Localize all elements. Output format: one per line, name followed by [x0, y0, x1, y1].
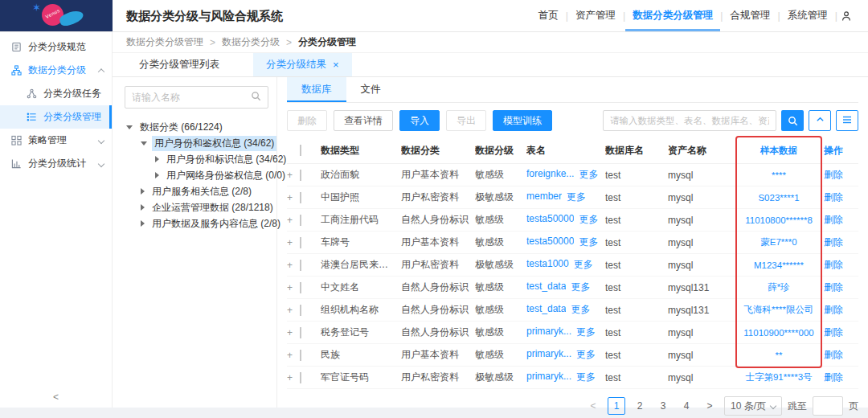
row-expander[interactable]: + — [287, 192, 300, 203]
delete-link[interactable]: 删除 — [824, 168, 853, 182]
row-expander[interactable]: + — [287, 260, 300, 271]
tab-1[interactable]: 数据库 — [287, 77, 346, 102]
row-expander[interactable]: + — [287, 327, 300, 338]
delete-link[interactable]: 删除 — [824, 348, 853, 362]
sidebar-collapse-icon[interactable]: < — [0, 391, 112, 403]
table-name-link[interactable]: primaryk... — [526, 348, 571, 362]
row-checkbox[interactable] — [300, 327, 301, 338]
page-button-2[interactable]: 2 — [631, 397, 649, 415]
table-name-link[interactable]: primaryk... — [526, 326, 571, 339]
more-link[interactable]: 更多 — [571, 303, 590, 317]
tree-node-6[interactable]: 企业运营管理数据 (28/1218) — [125, 199, 268, 215]
more-link[interactable]: 更多 — [579, 236, 598, 249]
more-link[interactable]: 更多 — [574, 258, 593, 272]
row-expander[interactable]: + — [287, 350, 300, 361]
row-checkbox[interactable] — [300, 350, 301, 361]
toolbar-button-3[interactable]: 导入 — [399, 110, 440, 131]
tree-node-2[interactable]: 用户身份和鉴权信息 (34/62) — [125, 135, 268, 151]
more-link[interactable]: 更多 — [576, 326, 596, 339]
row-checkbox[interactable] — [300, 372, 301, 383]
toolbar-button-4[interactable]: 导出 — [446, 110, 486, 131]
nav-item-2[interactable]: 资产管理 — [568, 0, 623, 31]
delete-link[interactable]: 删除 — [824, 371, 853, 384]
sidebar-item-2[interactable]: 数据分类分级 — [0, 59, 112, 82]
tree-caret-open-icon[interactable] — [126, 125, 133, 129]
table-name-link[interactable]: test_data — [526, 303, 566, 317]
toolbar-button-5[interactable]: 模型训练 — [493, 110, 552, 131]
search-button[interactable] — [781, 110, 804, 131]
sidebar-item-5[interactable]: 策略管理 — [0, 129, 112, 152]
row-expander[interactable]: + — [287, 305, 300, 316]
row-expander[interactable]: + — [287, 237, 300, 248]
more-link[interactable]: 更多 — [579, 213, 598, 227]
search-icon[interactable] — [251, 91, 261, 104]
tree-caret-open-icon[interactable] — [141, 141, 147, 145]
table-name-link[interactable]: foreignke... — [526, 168, 574, 182]
table-name-link[interactable]: testa1000 — [526, 258, 569, 272]
nav-item-3[interactable]: 数据分类分级管理 — [625, 0, 720, 31]
column-settings-button[interactable] — [836, 110, 858, 131]
sidebar-item-1[interactable]: 分类分级规范 — [0, 35, 112, 59]
delete-link[interactable]: 删除 — [824, 281, 853, 294]
tree-caret-closed-icon[interactable] — [141, 220, 145, 227]
row-expander[interactable]: + — [287, 170, 300, 181]
tree-node-4[interactable]: 用户网络身份鉴权信息 (0/0) — [125, 167, 268, 183]
table-name-link[interactable]: primaryk... — [526, 371, 571, 384]
tree-search-input[interactable] — [132, 92, 251, 103]
row-expander[interactable]: + — [287, 372, 300, 383]
next-page-button[interactable]: > — [701, 397, 719, 415]
page-size-select[interactable]: 10 条/页 — [724, 396, 782, 416]
nav-item-4[interactable]: 合规管理 — [723, 0, 778, 31]
table-name-link[interactable]: testa50000 — [526, 213, 574, 227]
more-link[interactable]: 更多 — [571, 281, 590, 294]
more-link[interactable]: 更多 — [579, 168, 598, 182]
row-checkbox[interactable] — [300, 305, 301, 316]
delete-link[interactable]: 删除 — [824, 326, 853, 339]
toolbar-button-2[interactable]: 查看详情 — [334, 110, 393, 131]
tab-close-icon[interactable]: × — [333, 59, 339, 70]
more-link[interactable]: 更多 — [576, 348, 596, 362]
sidebar-item-6[interactable]: 分类分级统计 — [0, 152, 112, 175]
delete-link[interactable]: 删除 — [824, 258, 853, 272]
delete-link[interactable]: 删除 — [824, 191, 853, 204]
row-checkbox[interactable] — [300, 237, 301, 248]
prev-page-button[interactable]: < — [584, 397, 602, 415]
tree-caret-closed-icon[interactable] — [141, 204, 145, 211]
more-link[interactable]: 更多 — [576, 371, 596, 384]
tab-2[interactable]: 文件 — [346, 77, 395, 102]
sidebar-item-3[interactable]: 分类分级任务 — [0, 82, 112, 105]
toolbar-button-1[interactable]: 删除 — [287, 110, 327, 131]
row-expander[interactable]: + — [287, 282, 300, 293]
tree-node-7[interactable]: 用户数据及服务内容信息 (2/8) — [125, 215, 268, 232]
tree-node-1[interactable]: 数据分类 (66/1224) — [125, 119, 268, 135]
row-checkbox[interactable] — [300, 192, 301, 203]
row-checkbox[interactable] — [300, 170, 301, 181]
delete-link[interactable]: 删除 — [824, 303, 853, 317]
table-name-link[interactable]: member — [526, 191, 562, 204]
sidebar-item-4[interactable]: 分类分级管理 — [0, 105, 112, 129]
page-tab-1[interactable]: 分类分级管理列表 — [126, 53, 232, 76]
collapse-filter-button[interactable] — [809, 110, 831, 131]
row-checkbox[interactable] — [300, 282, 301, 293]
tree-node-3[interactable]: 用户身份和标识信息 (34/62) — [125, 151, 268, 167]
tree-caret-closed-icon[interactable] — [155, 156, 159, 162]
table-name-link[interactable]: testa50000 — [526, 236, 574, 249]
more-link[interactable]: 更多 — [567, 191, 586, 204]
row-checkbox[interactable] — [300, 215, 301, 226]
breadcrumb-item-2[interactable]: 数据分类分级 — [222, 35, 280, 49]
page-button-3[interactable]: 3 — [654, 397, 672, 415]
tree-caret-closed-icon[interactable] — [155, 172, 159, 178]
select-all-checkbox[interactable] — [300, 145, 301, 156]
row-expander[interactable]: + — [287, 215, 300, 226]
row-checkbox[interactable] — [300, 260, 301, 271]
table-search-input[interactable] — [610, 116, 769, 125]
breadcrumb-item-1[interactable]: 数据分类分级管理 — [126, 35, 203, 49]
nav-item-5[interactable]: 系统管理 — [780, 0, 835, 31]
jump-page-input[interactable] — [813, 396, 843, 416]
delete-link[interactable]: 删除 — [824, 236, 853, 249]
page-button-1[interactable]: 1 — [608, 397, 625, 415]
tree-node-5[interactable]: 用户服务相关信息 (2/8) — [125, 183, 268, 199]
delete-link[interactable]: 删除 — [824, 213, 853, 227]
tree-caret-closed-icon[interactable] — [141, 188, 145, 195]
page-button-4[interactable]: 4 — [678, 397, 695, 415]
